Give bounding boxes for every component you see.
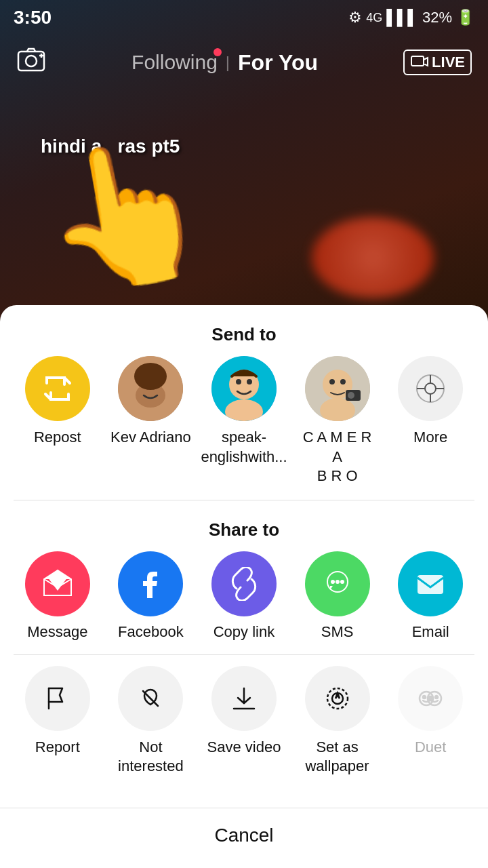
contact-speak[interactable]: speak-englishwith...: [203, 356, 285, 486]
share-to-row: Message Facebook Copy link: [0, 551, 488, 654]
svg-point-1: [26, 56, 37, 66]
contact-repost[interactable]: Repost: [17, 356, 98, 486]
contact-more[interactable]: More: [390, 356, 471, 486]
save-video-icon: [211, 666, 277, 731]
svg-point-33: [331, 580, 335, 584]
camera-plus-icon[interactable]: [16, 45, 46, 81]
bottom-sheet: Send to Repost: [0, 305, 488, 868]
contact-camera-label: C A M E R A B R O: [297, 428, 378, 486]
action-save-video-label: Save video: [207, 738, 281, 757]
svg-rect-36: [418, 575, 443, 594]
share-message[interactable]: Message: [17, 551, 98, 641]
status-bar: 3:50 ⚙ 4G ▌▌▌ 32% 🔋: [0, 0, 488, 35]
top-nav: Following | For You LIVE: [0, 35, 488, 90]
report-icon: [25, 666, 90, 731]
svg-point-23: [425, 383, 436, 394]
action-report[interactable]: Report: [17, 666, 98, 776]
svg-point-12: [236, 379, 241, 384]
signal-icon: ▌▌▌: [386, 9, 418, 26]
svg-point-18: [340, 379, 346, 384]
send-to-row: Repost Kev Adriano: [0, 356, 488, 500]
share-copylink[interactable]: Copy link: [203, 551, 285, 641]
wallpaper-icon: [305, 666, 370, 731]
message-icon: [25, 551, 90, 616]
send-to-header: Send to: [0, 305, 488, 356]
hand-emoji: 👆: [28, 122, 222, 309]
action-not-interested-label: Not interested: [118, 738, 184, 776]
svg-point-34: [336, 580, 340, 584]
svg-point-21: [348, 392, 354, 399]
sms-icon: [305, 551, 370, 616]
share-facebook-label: Facebook: [118, 623, 184, 641]
action-row: Report Not interested Save video: [0, 655, 488, 790]
battery-shape: 🔋: [456, 9, 474, 26]
action-wallpaper[interactable]: Set as wallpaper: [297, 666, 378, 776]
email-icon: [398, 551, 463, 616]
facebook-icon: [118, 551, 183, 616]
action-report-label: Report: [35, 738, 80, 757]
nav-following[interactable]: Following: [131, 51, 218, 74]
video-red-object: [312, 217, 434, 298]
action-save-video[interactable]: Save video: [203, 666, 285, 776]
status-icons: ⚙ 4G ▌▌▌ 32% 🔋: [348, 9, 474, 26]
share-sms-label: SMS: [321, 623, 354, 641]
contact-camera[interactable]: C A M E R A B R O: [297, 356, 378, 486]
svg-rect-0: [18, 52, 44, 71]
bluetooth-icon: ⚙: [348, 9, 362, 26]
action-duet-label: Duet: [415, 738, 446, 757]
avatar-repost: [25, 356, 90, 421]
live-button[interactable]: LIVE: [403, 50, 472, 75]
nav-live-dot: [214, 48, 222, 56]
svg-point-45: [423, 696, 426, 698]
cancel-button[interactable]: Cancel: [0, 808, 488, 868]
nav-foryou[interactable]: For You: [238, 50, 318, 75]
svg-point-17: [329, 379, 335, 384]
share-message-label: Message: [27, 623, 87, 641]
action-duet: Duet: [390, 666, 471, 776]
action-wallpaper-label: Set as wallpaper: [305, 738, 369, 776]
avatar-speak: [211, 356, 277, 421]
contact-more-label: More: [413, 428, 447, 448]
status-time: 3:50: [14, 7, 52, 28]
data-icon: 4G: [366, 11, 382, 25]
share-to-header: Share to: [0, 500, 488, 551]
copylink-icon: [211, 551, 277, 616]
contact-repost-label: Repost: [34, 428, 81, 448]
svg-rect-4: [411, 56, 424, 66]
share-email-label: Email: [412, 623, 449, 641]
svg-point-35: [340, 580, 344, 584]
share-sms[interactable]: SMS: [297, 551, 378, 641]
nav-separator: |: [226, 53, 230, 72]
share-email[interactable]: Email: [390, 551, 471, 641]
share-copylink-label: Copy link: [214, 623, 274, 641]
avatar-camera: [305, 356, 370, 421]
duet-icon: [398, 666, 463, 731]
nav-center: Following | For You: [131, 50, 318, 75]
svg-marker-30: [47, 577, 68, 591]
not-interested-icon: [118, 666, 183, 731]
contact-kev-label: Kev Adriano: [110, 428, 191, 448]
svg-point-46: [435, 696, 438, 698]
svg-point-13: [247, 379, 252, 384]
avatar-more: [398, 356, 463, 421]
action-not-interested[interactable]: Not interested: [110, 666, 191, 776]
share-facebook[interactable]: Facebook: [110, 551, 191, 641]
contact-speak-label: speak-englishwith...: [201, 428, 287, 467]
contact-kev[interactable]: Kev Adriano: [110, 356, 191, 486]
svg-point-9: [134, 363, 167, 390]
battery-icon: 32%: [422, 9, 452, 26]
avatar-kev: [118, 356, 183, 421]
